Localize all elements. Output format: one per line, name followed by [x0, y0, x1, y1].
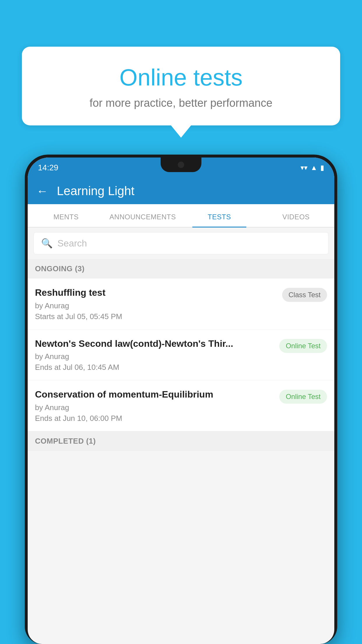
search-input[interactable]: Search — [57, 238, 87, 249]
test-info: Conservation of momentum-Equilibrium by … — [35, 388, 275, 423]
status-time: 14:29 — [38, 163, 58, 172]
phone-screen: 14:29 ▾▾ ▲ ▮ ← Learning Light MENTS ANNO… — [28, 158, 334, 644]
tab-tests[interactable]: TESTS — [181, 207, 258, 227]
ongoing-section-header: ONGOING (3) — [28, 259, 334, 279]
status-icons: ▾▾ ▲ ▮ — [301, 164, 324, 172]
camera — [178, 162, 184, 168]
bubble-subtitle: for more practice, better performance — [36, 97, 326, 109]
back-button[interactable]: ← — [36, 185, 48, 198]
search-bar[interactable]: 🔍 Search — [34, 232, 328, 254]
test-item[interactable]: Reshuffling test by Anurag Starts at Jul… — [28, 279, 334, 330]
test-item[interactable]: Conservation of momentum-Equilibrium by … — [28, 380, 334, 431]
test-by: by Anurag — [35, 301, 277, 310]
app-title: Learning Light — [57, 184, 134, 198]
test-badge-class: Class Test — [282, 288, 327, 302]
test-time: Ends at Jul 06, 10:45 AM — [35, 363, 275, 372]
completed-section-header: COMPLETED (1) — [28, 431, 334, 451]
test-by: by Anurag — [35, 352, 275, 361]
speech-bubble: Online tests for more practice, better p… — [22, 47, 340, 125]
test-name: Reshuffling test — [35, 287, 277, 299]
test-name: Newton's Second law(contd)-Newton's Thir… — [35, 338, 275, 350]
test-info: Reshuffling test by Anurag Starts at Jul… — [35, 287, 277, 321]
test-list: Reshuffling test by Anurag Starts at Jul… — [28, 279, 334, 431]
test-by: by Anurag — [35, 403, 275, 412]
bubble-title: Online tests — [36, 64, 326, 91]
test-item[interactable]: Newton's Second law(contd)-Newton's Thir… — [28, 330, 334, 381]
tab-ments[interactable]: MENTS — [28, 207, 104, 227]
test-badge-online: Online Test — [279, 390, 327, 404]
tab-announcements[interactable]: ANNOUNCEMENTS — [104, 207, 181, 227]
app-header: ← Learning Light — [28, 178, 334, 204]
tab-videos[interactable]: VIDEOS — [258, 207, 334, 227]
notch — [161, 158, 201, 172]
test-info: Newton's Second law(contd)-Newton's Thir… — [35, 338, 275, 372]
search-bar-container: 🔍 Search — [28, 228, 334, 259]
tabs-bar: MENTS ANNOUNCEMENTS TESTS VIDEOS — [28, 204, 334, 228]
wifi-icon: ▾▾ — [301, 164, 307, 172]
search-icon: 🔍 — [41, 238, 53, 249]
status-bar: 14:29 ▾▾ ▲ ▮ — [28, 158, 334, 178]
phone-frame: 14:29 ▾▾ ▲ ▮ ← Learning Light MENTS ANNO… — [25, 155, 337, 644]
test-time: Starts at Jul 05, 05:45 PM — [35, 312, 277, 321]
battery-icon: ▮ — [320, 164, 324, 172]
test-name: Conservation of momentum-Equilibrium — [35, 388, 275, 401]
test-time: Ends at Jun 10, 06:00 PM — [35, 414, 275, 423]
signal-icon: ▲ — [310, 164, 317, 172]
test-badge-online: Online Test — [279, 339, 327, 353]
